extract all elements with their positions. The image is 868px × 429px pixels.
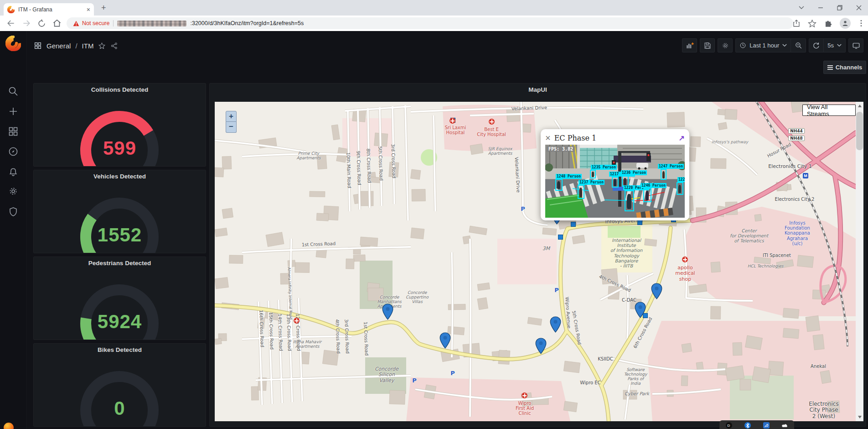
map-pin[interactable] [550,316,561,333]
map-label: 9th Cross Road [356,151,362,185]
not-secure-warning[interactable]: Not secure [73,20,109,26]
browser-tab[interactable]: ITM - Grafana × [4,3,94,16]
map-label: SoftwareTechnologyParks ofIndia [624,367,647,386]
home-icon[interactable] [52,19,62,28]
panel-title[interactable]: MapUI [210,84,866,93]
close-icon[interactable] [856,5,862,10]
panel-title[interactable]: Vehicles Detected [34,170,206,180]
map-pin[interactable] [382,303,393,320]
panel-title[interactable]: Collisions Detected [34,84,206,93]
settings-wrench-icon[interactable] [763,422,770,429]
bookmark-star-icon[interactable] [808,19,816,28]
zoom-in-button[interactable]: + [226,111,237,122]
map-label: Anekal [811,364,826,369]
map-label: 15th Cross Road [268,312,274,350]
extensions-puzzle-icon[interactable] [824,19,832,28]
share-icon[interactable] [792,19,801,27]
clock-icon [739,42,746,49]
map-scrollbar[interactable] [856,102,863,421]
grafana-logo[interactable] [5,36,21,51]
gauge-value: 599 [34,137,206,159]
maximize-restore-icon[interactable] [837,5,842,10]
camera-marker[interactable] [637,220,642,225]
add-panel-button[interactable] [682,38,697,52]
create-plus-icon[interactable] [8,106,19,119]
channels-button[interactable]: Channels [823,61,866,74]
breadcrumb-folder[interactable]: General [46,42,71,50]
view-all-streams-button[interactable]: View All Streams [802,105,856,116]
window-controls [799,0,865,16]
shield-icon[interactable] [8,206,19,219]
time-range-button[interactable]: Last 1 hour [735,38,791,52]
map-pin[interactable] [439,332,451,349]
scrollbar-thumb[interactable] [856,112,863,150]
configuration-gear-icon[interactable] [8,186,19,199]
map-label: Cyber Park [625,391,649,396]
map-label: InternationalInstituteof InformationTech… [610,238,643,268]
panel-title[interactable]: Bikes Detected [34,344,206,353]
back-icon[interactable] [6,19,16,28]
map-label: ElectronicsCity Phase2 (West) [809,401,838,419]
camera-marker[interactable] [571,222,576,227]
minimize-icon[interactable] [818,5,823,10]
dashboards-icon[interactable] [8,126,19,139]
cloud-icon[interactable] [782,422,788,429]
parking-icon: P [554,287,559,293]
popup-close-icon[interactable]: × [545,133,551,142]
panel-title[interactable]: Pedestrians Detected [34,257,206,267]
pedestrian [662,171,665,178]
search-icon[interactable] [8,86,19,99]
app-circle-icon[interactable]: D [726,422,732,429]
tab-close-icon[interactable]: × [87,6,90,13]
save-dashboard-button[interactable] [700,38,715,52]
bluetooth-icon[interactable] [744,422,751,429]
map-label: 3rd Cross Road [390,144,397,178]
map-label: 4th Cross Road [598,274,631,293]
map-label: 1st Cross Road [363,322,369,356]
scroll-down-arrow[interactable] [856,413,863,421]
explore-compass-icon[interactable] [8,146,19,159]
map-label: InfosysFoundationKonappanaAgrahara(u/c) [785,220,810,246]
map-pin[interactable] [651,283,662,299]
camera-marker[interactable] [558,235,563,240]
browser-menu-dots-icon[interactable] [858,20,864,27]
transit-icon: M [803,173,808,178]
map-pin[interactable] [635,302,646,318]
popup-open-arrow-icon[interactable]: ↗ [679,134,685,142]
map-pin[interactable] [535,338,547,354]
new-tab-button[interactable]: + [101,4,106,11]
refresh-interval-button[interactable]: 5s [824,38,846,52]
map-label: Best ECity Hospital [477,127,506,137]
favorite-star-icon[interactable] [98,42,106,50]
parking-icon: P [412,377,417,384]
address-bar[interactable]: Not secure :32000/d/3hKIfaOnz/itm?orgId=… [67,17,793,29]
map-label: 16th Cross Road [258,310,265,347]
refresh-button[interactable] [809,38,824,52]
panel-collisions: Collisions Detected 599 [33,83,206,167]
map-label: 10th Main Road [346,152,352,188]
zoom-out-time-button[interactable] [791,38,806,52]
dashboard-settings-button[interactable] [718,38,733,52]
scroll-up-arrow[interactable] [856,102,863,110]
hospital-icon [489,119,495,125]
refresh-group: 5s [809,38,846,52]
alerting-bell-icon[interactable] [8,166,19,179]
zoom-out-button[interactable]: − [226,122,237,133]
map-label: 1st Cross Road [302,241,336,247]
map-label: 3M [542,246,550,251]
breadcrumb-dashboard[interactable]: ITM [82,42,94,50]
map-label: NH48 [788,136,805,141]
map-label: ConcordeSiliconValley [375,366,398,383]
detection-box: 1227 [677,182,683,195]
detection-label: 1247 Person [658,164,684,169]
profile-avatar[interactable] [840,18,851,29]
share-dashboard-icon[interactable] [110,42,118,50]
cycle-view-tv-button[interactable] [848,38,863,52]
chevron-down-icon[interactable] [799,6,804,10]
reload-icon[interactable] [37,19,46,28]
forward-icon[interactable] [22,19,31,28]
url-separator [113,20,114,26]
gauge-value: 5924 [34,311,206,333]
map[interactable]: Velankani DriveSri LaxmiHospitalBest ECi… [215,102,856,421]
map-label: Electronics City 2 [775,197,815,202]
